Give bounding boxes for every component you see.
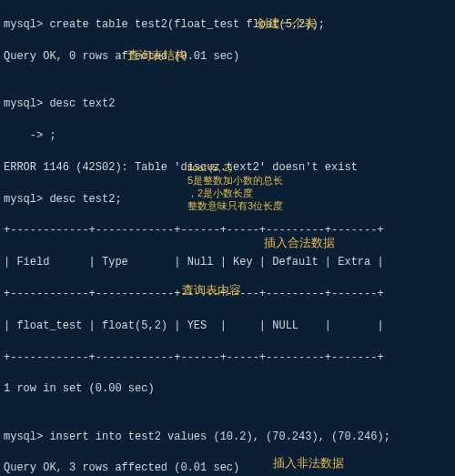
table-row: | Field | Type | Null | Key | Default | …: [4, 255, 451, 270]
mysql-terminal[interactable]: mysql> create table test2(float_test flo…: [0, 0, 455, 476]
line-cont-1: -> ;: [4, 128, 451, 144]
line-query-ok-1: Query OK, 0 rows affected (0.01 sec): [4, 49, 451, 65]
annotation-insert-illegal: 插入非法数据: [273, 455, 344, 472]
line-query-ok-2: Query OK, 3 rows affected (0.01 sec): [4, 461, 451, 476]
annotation-create-table: 创建一个表: [257, 15, 316, 33]
annotation-float-line2: ，2是小数长度: [187, 187, 253, 200]
table-row: | float_test | float(5,2) | YES | | NULL…: [4, 319, 451, 334]
line-desc-text2: mysql> desc text2: [4, 96, 451, 112]
table-row: +------------+------------+------+-----+…: [4, 223, 451, 238]
annotation-float-title: float (5, 2): [187, 162, 233, 175]
table-row: +------------+------------+------+-----+…: [4, 350, 451, 366]
annotation-float-line1: 5是整数加小数的总长: [187, 175, 283, 187]
line-rowcount-1: 1 row in set (0.00 sec): [4, 381, 451, 397]
annotation-insert-legal: 插入合法数据: [264, 235, 335, 252]
annotation-select-content: 查询表内容: [182, 282, 241, 299]
annotation-float-line3: 整数意味只有3位长度: [187, 200, 283, 213]
line-insert-legal: mysql> insert into test2 values (10.2), …: [4, 430, 451, 445]
annotation-desc-struct: 查询表结构: [127, 47, 187, 65]
line-create-table: mysql> create table test2(float_test flo…: [4, 17, 451, 33]
